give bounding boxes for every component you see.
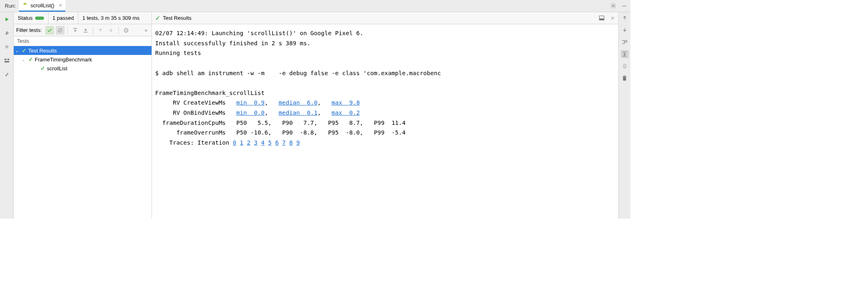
trace-link[interactable]: 6 — [275, 139, 279, 146]
svg-point-0 — [24, 4, 25, 4]
pin-icon[interactable] — [3, 70, 11, 78]
svg-line-9 — [59, 29, 61, 32]
trace-link[interactable]: 1 — [240, 139, 244, 146]
check-icon: ✓ — [22, 47, 27, 54]
svg-point-1 — [26, 4, 26, 4]
stop-icon[interactable] — [3, 43, 11, 51]
tests-header: Tests — [14, 36, 152, 46]
trace-link[interactable]: 3 — [254, 139, 257, 146]
tree-suite[interactable]: ⌄ ✓ FrameTimingBenchmark — [14, 55, 152, 64]
tests-tree: ⌄ ✓ Test Results ⌄ ✓ FrameTimingBenchmar… — [14, 46, 152, 219]
run-tabbar: Run: scrollList() ✕ — [0, 0, 630, 12]
left-gutter — [0, 12, 14, 219]
trace-link[interactable]: 5 — [268, 139, 272, 146]
prev-fail-icon[interactable] — [96, 26, 105, 35]
svg-rect-4 — [5, 46, 8, 48]
console-line: 02/07 12:14:49: Launching 'scrollList()'… — [155, 30, 363, 36]
check-icon: ✓ — [28, 56, 33, 63]
status-row: Status 1 passed 1 tests, 3 m 35 s 309 ms — [14, 12, 152, 24]
next-fail-icon[interactable] — [107, 26, 116, 35]
svg-rect-21 — [624, 67, 626, 68]
run-label: Run: — [2, 3, 19, 9]
status-cell: Status — [14, 12, 48, 24]
layout-toggle-icon[interactable] — [599, 15, 605, 21]
status-label: Status — [18, 15, 33, 21]
metric-label: RV CreateViewMs — [173, 99, 226, 106]
traces-label: Traces: Iteration — [169, 139, 229, 146]
tests-header-label: Tests — [17, 38, 29, 44]
tree-test-label: scrollList — [47, 65, 67, 72]
check-icon: ✓ — [40, 65, 45, 72]
metric-label: RV OnBindViewMs — [173, 109, 226, 116]
android-icon — [22, 2, 28, 8]
metric-link[interactable]: min 0.0 — [236, 109, 265, 116]
wrench-icon[interactable] — [3, 29, 11, 37]
svg-rect-20 — [624, 64, 626, 65]
trace-link[interactable]: 7 — [282, 139, 286, 146]
metric-link[interactable]: median 6.0 — [279, 99, 318, 106]
trace-link[interactable]: 9 — [296, 139, 300, 146]
chevron-down-icon: ⌄ — [22, 57, 27, 62]
minimize-icon[interactable] — [620, 2, 629, 11]
svg-rect-24 — [624, 76, 625, 76]
svg-rect-16 — [599, 19, 604, 20]
metric-link[interactable]: max 9.8 — [332, 99, 360, 106]
tree-suite-label: FrameTimingBenchmark — [35, 57, 92, 63]
right-gutter — [618, 12, 630, 219]
run-tab-scrolllist[interactable]: scrollList() ✕ — [19, 0, 65, 12]
console-output[interactable]: 02/07 12:14:49: Launching 'scrollList()'… — [152, 24, 618, 219]
console-line: $ adb shell am instrument -w -m -e debug… — [155, 70, 441, 76]
svg-rect-6 — [7, 59, 9, 60]
console-line: Running tests — [155, 50, 201, 56]
metric-link[interactable]: min 0.9 — [236, 99, 265, 106]
check-icon: ✓ — [155, 15, 160, 22]
crumb-label: Test Results — [163, 15, 192, 21]
console-line: FrameTimingBenchmark_scrollList — [155, 90, 265, 96]
metric-link[interactable]: median 0.1 — [279, 109, 318, 116]
expand-all-icon[interactable] — [71, 26, 80, 35]
status-pill-icon — [35, 17, 44, 20]
console-line: frameOverrunMs P50 -10.6, P90 -8.8, P95 … — [155, 129, 406, 136]
chevron-down-icon: ⌄ — [15, 48, 20, 53]
filter-row: Filter tests: — [14, 24, 152, 36]
trace-link[interactable]: 0 — [233, 139, 236, 146]
summary-label: 1 tests, 3 m 35 s 309 ms — [82, 15, 140, 21]
collapse-all-icon[interactable] — [81, 26, 90, 35]
metric-link[interactable]: max 0.2 — [332, 109, 360, 116]
show-passed-icon[interactable] — [45, 26, 54, 35]
svg-rect-7 — [4, 61, 9, 63]
trace-link[interactable]: 8 — [289, 139, 293, 146]
close-icon[interactable]: ✕ — [59, 3, 62, 8]
filter-label: Filter tests: — [16, 27, 42, 33]
summary-cell: 1 tests, 3 m 35 s 309 ms — [78, 12, 152, 24]
svg-rect-22 — [623, 77, 626, 81]
tree-root[interactable]: ⌄ ✓ Test Results — [14, 46, 152, 55]
breadcrumb: ✓ Test Results — [152, 12, 618, 24]
gear-icon[interactable] — [609, 2, 617, 11]
tree-root-label: Test Results — [28, 48, 57, 54]
run-icon[interactable] — [3, 15, 11, 23]
trace-link[interactable]: 4 — [261, 139, 265, 146]
close-panel-icon[interactable] — [610, 16, 615, 21]
svg-point-2 — [612, 5, 614, 7]
history-icon[interactable] — [122, 26, 131, 35]
tree-test[interactable]: ✓ scrollList — [14, 64, 152, 73]
show-ignored-icon[interactable] — [56, 26, 65, 35]
passed-cell: 1 passed — [48, 12, 78, 24]
svg-rect-23 — [623, 76, 627, 77]
soft-wrap-icon[interactable] — [621, 38, 629, 46]
more-filters-icon[interactable]: » — [143, 27, 149, 33]
scroll-up-icon[interactable] — [621, 14, 629, 22]
trace-link[interactable]: 2 — [247, 139, 251, 146]
print-icon[interactable] — [621, 62, 629, 70]
scroll-to-end-icon[interactable] — [621, 50, 629, 58]
layout-icon[interactable] — [3, 57, 11, 65]
passed-label: 1 passed — [53, 15, 74, 21]
scroll-down-icon[interactable] — [621, 26, 629, 34]
svg-rect-5 — [4, 59, 6, 60]
trash-icon[interactable] — [621, 74, 629, 82]
tab-label: scrollList() — [30, 2, 54, 8]
console-line: frameDurationCpuMs P50 5.5, P90 7.7, P95… — [155, 120, 406, 126]
console-line: Install successfully finished in 2 s 389… — [155, 40, 310, 46]
tests-panel: Status 1 passed 1 tests, 3 m 35 s 309 ms… — [14, 12, 152, 219]
